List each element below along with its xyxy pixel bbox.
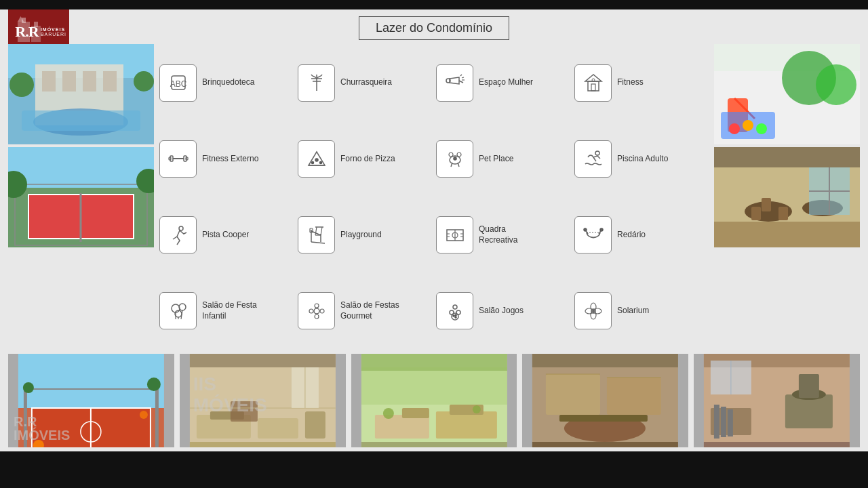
main-row: ABC Brinquedoteca Ch — [0, 44, 868, 350]
amenity-icon-playground — [298, 216, 335, 253]
court-svg — [8, 147, 154, 247]
amenity-playground: Playground — [298, 199, 432, 271]
amenity-icon-redario — [574, 216, 612, 253]
watermark-left: R.RIMÓVEIS — [14, 415, 70, 442]
amenity-label-quadra-recreativa: Quadra Recreativa — [479, 224, 540, 245]
svg-line-33 — [460, 75, 462, 76]
logo-rr-text: R.R — [15, 23, 38, 41]
bottom-img-sports-court: R.RIMÓVEIS — [8, 354, 174, 447]
amenity-icon-forno-pizza — [298, 140, 335, 178]
bottom-img-games — [522, 354, 688, 447]
svg-rect-171 — [714, 405, 719, 439]
svg-point-50 — [449, 152, 453, 157]
toy-icon: ABC — [167, 72, 189, 94]
logo-imoveis: IMÓVEIS — [41, 27, 65, 32]
svg-rect-138 — [258, 418, 298, 439]
svg-rect-156 — [532, 354, 678, 367]
gourmet-icon — [306, 300, 328, 322]
svg-marker-36 — [585, 75, 601, 81]
header: R.R IMÓVEIS BARUERI Lazer do Condomínio — [0, 9, 868, 44]
top-bar — [0, 0, 868, 9]
svg-rect-17 — [8, 147, 154, 188]
svg-point-152 — [382, 408, 393, 419]
watermark-center: IISMÓVEIS — [193, 374, 267, 416]
bottom-images: R.RIMÓVEIS IISMÓVEIS — [0, 350, 868, 451]
court-icon — [444, 224, 466, 246]
svg-point-107 — [729, 123, 740, 134]
hair-dryer-icon — [444, 72, 466, 94]
svg-rect-112 — [714, 222, 860, 247]
logo-barueri: BARUERI — [41, 32, 66, 37]
amenity-icon-churrasqueira — [298, 64, 335, 102]
amenity-salao-festa-infantil: Salão de Festa Infantil — [159, 275, 294, 347]
amenity-salao-festas-gourmet: Salão de Festas Gourmet — [298, 275, 432, 347]
pet-icon — [444, 148, 466, 169]
svg-point-87 — [320, 309, 324, 313]
amenities-grid: ABC Brinquedoteca Ch — [159, 44, 709, 350]
amenity-icon-quadra-recreativa — [436, 216, 473, 253]
amenity-icon-fitness-externo — [159, 140, 197, 178]
amenity-label-solarium: Solarium — [617, 306, 649, 317]
playroom-svg — [714, 44, 860, 144]
svg-point-133 — [147, 378, 161, 391]
page-title-box: Lazer do Condomínio — [359, 16, 509, 40]
svg-point-94 — [455, 317, 456, 318]
svg-point-132 — [23, 382, 34, 393]
left-side-images — [8, 44, 154, 350]
svg-rect-116 — [778, 207, 788, 220]
amenity-label-salao-festa-infantil: Salão de Festa Infantil — [202, 300, 263, 321]
svg-point-86 — [309, 309, 313, 313]
gourmet-img — [351, 354, 517, 447]
dumbbell-icon — [167, 148, 189, 169]
balloons-icon — [167, 300, 189, 322]
svg-text:ABC: ABC — [170, 79, 186, 89]
svg-point-128 — [140, 411, 148, 419]
amenity-salao-jogos: Salão Jogos — [436, 275, 570, 347]
svg-point-109 — [756, 123, 767, 134]
amenity-label-redario: Redário — [617, 230, 646, 241]
left-img-bottom — [8, 147, 154, 247]
amenity-icon-espaco-mulher — [436, 64, 473, 102]
svg-line-63 — [321, 227, 322, 235]
svg-point-85 — [315, 314, 319, 319]
amenity-label-forno-pizza: Forno de Pizza — [340, 154, 395, 165]
svg-rect-148 — [374, 415, 429, 439]
svg-point-14 — [9, 73, 34, 97]
svg-point-93 — [455, 314, 456, 316]
svg-point-47 — [319, 162, 321, 164]
amenity-fitness-externo: Fitness Externo — [159, 123, 294, 195]
svg-point-76 — [600, 228, 603, 231]
svg-rect-11 — [83, 71, 96, 92]
playground-icon — [306, 224, 328, 246]
amenity-pista-cooper: Pista Cooper — [159, 199, 294, 271]
svg-rect-149 — [435, 411, 496, 439]
amenity-icon-fitness — [574, 64, 612, 102]
bottom-img-gourmet — [351, 354, 517, 447]
bottom-img-lounge: IISMÓVEIS — [180, 354, 346, 447]
amenity-icon-salao-jogos — [436, 292, 473, 329]
svg-point-15 — [134, 71, 154, 92]
svg-line-34 — [462, 77, 464, 78]
svg-rect-166 — [704, 442, 850, 447]
amenity-forno-pizza: Forno de Pizza — [298, 123, 432, 195]
svg-rect-159 — [559, 415, 648, 422]
svg-rect-147 — [361, 442, 507, 447]
amenity-fitness: Fitness — [574, 47, 709, 119]
svg-rect-161 — [607, 378, 661, 415]
svg-point-92 — [453, 315, 454, 317]
flower-icon — [583, 300, 604, 322]
svg-point-78 — [179, 304, 186, 310]
bbq-icon — [306, 72, 328, 94]
amenity-label-salao-jogos: Salão Jogos — [479, 306, 524, 317]
amenity-label-brinquedoteca: Brinquedoteca — [202, 77, 254, 88]
svg-rect-172 — [721, 407, 726, 437]
svg-rect-139 — [305, 411, 326, 439]
bottom-bar — [0, 451, 868, 488]
bottom-img-gym — [694, 354, 860, 447]
svg-rect-157 — [532, 442, 678, 447]
content-area: R.R IMÓVEIS BARUERI Lazer do Condomínio — [0, 9, 868, 451]
dining-svg — [714, 147, 860, 247]
svg-rect-160 — [546, 374, 600, 415]
amenity-label-piscina-adulto: Piscina Adulto — [617, 154, 668, 165]
amenity-label-churrasqueira: Churrasqueira — [340, 77, 392, 88]
